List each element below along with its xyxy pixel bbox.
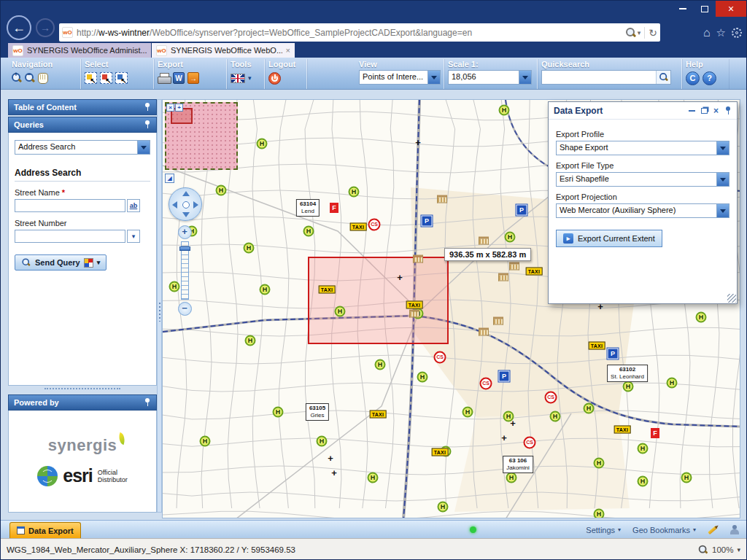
tools-chevron-icon[interactable]: ▾ — [248, 74, 252, 82]
browser-zoom-control[interactable]: 100% ▾ — [698, 545, 740, 555]
gear-icon[interactable] — [732, 28, 742, 38]
panel-header-powered-by[interactable]: Powered by — [8, 394, 157, 411]
settings-menu[interactable]: Settings▾ — [586, 526, 621, 534]
queries-panel: Address Search Address Search Street Nam… — [8, 133, 157, 386]
hydrant-marker: H — [623, 381, 634, 392]
close-button[interactable]: × — [716, 1, 746, 17]
scale-select[interactable]: 18,056 — [448, 70, 532, 85]
panel-restore-icon[interactable] — [701, 108, 708, 114]
alphabetic-search-button[interactable]: ab — [127, 199, 140, 212]
panel-close-icon[interactable]: × — [713, 107, 719, 114]
sidebar-splitter[interactable] — [44, 388, 120, 389]
export-profile-select[interactable]: Shape Export — [556, 141, 729, 155]
chevron-down-icon[interactable] — [716, 141, 729, 155]
chevron-down-icon[interactable] — [137, 141, 150, 154]
zoom-out-slider-button[interactable]: − — [178, 302, 192, 316]
back-button[interactable]: ← — [7, 15, 31, 40]
group-label: Select — [85, 60, 148, 69]
export-extent-rectangle[interactable] — [308, 257, 449, 344]
street-number-input[interactable] — [15, 230, 125, 243]
browser-navbar: ← → wO http://w-ws-wintner/WebOffice/syn… — [1, 21, 746, 43]
chevron-down-icon[interactable] — [519, 71, 531, 84]
chevron-down-icon[interactable] — [716, 173, 729, 186]
maximize-button[interactable] — [694, 1, 716, 17]
forward-button[interactable]: → — [36, 18, 55, 37]
search-icon[interactable] — [626, 28, 636, 38]
data-export-button[interactable]: → — [187, 72, 199, 84]
export-current-extent-button[interactable]: ▸ Export Current Extent — [556, 230, 662, 247]
panel-resize-grip[interactable] — [727, 294, 736, 303]
select-polygon-button[interactable]: ↖ — [100, 72, 112, 84]
poi-cross-marker: + — [328, 454, 333, 463]
tab-weboffice-admin[interactable]: wO SYNERGIS WebOffice Administ... — [8, 43, 151, 58]
tab-close-icon[interactable]: × — [286, 46, 290, 55]
overview-map[interactable]: × + — [165, 102, 238, 170]
zoom-slider-track[interactable] — [181, 241, 189, 300]
pan-left-icon[interactable] — [172, 201, 177, 209]
public-building-marker — [413, 255, 423, 263]
street-number-dropdown-button[interactable]: ▾ — [127, 230, 140, 243]
home-icon[interactable]: ⌂ — [703, 26, 711, 39]
pan-up-icon[interactable] — [182, 191, 190, 196]
poi-cross-marker: + — [415, 138, 421, 147]
export-file-type-select[interactable]: Esri Shapefile — [556, 172, 729, 187]
panel-title: Powered by — [14, 398, 59, 407]
zoom-in-button[interactable]: + — [12, 73, 22, 83]
edit-pencil-icon[interactable] — [708, 525, 717, 534]
quicksearch-button[interactable] — [656, 71, 670, 84]
address-bar[interactable]: wO http://w-ws-wintner/WebOffice/synserv… — [59, 23, 660, 42]
user-icon[interactable] — [729, 525, 739, 535]
send-query-button[interactable]: Send Query ▾ — [15, 254, 107, 271]
select-rectangle-button[interactable]: ↖ — [85, 72, 97, 84]
minimize-button[interactable] — [672, 1, 694, 17]
view-select[interactable]: Points of Intere... — [359, 70, 441, 85]
contact-button[interactable]: C — [686, 71, 700, 85]
panel-minimize-icon[interactable] — [689, 110, 695, 112]
query-type-select[interactable]: Address Search — [15, 140, 150, 155]
group-label: Quicksearch — [541, 60, 676, 69]
zoom-in-slider-button[interactable]: + — [178, 225, 192, 239]
url-text[interactable]: http://w-ws-wintner/WebOffice/synserver?… — [77, 28, 626, 38]
map-splitter[interactable] — [157, 99, 162, 513]
help-button[interactable]: ? — [703, 71, 716, 85]
tab-weboffice-active[interactable]: wO SYNERGIS WebOffice WebO... × — [152, 43, 295, 58]
panel-header-queries[interactable]: Queries — [8, 117, 157, 133]
refresh-icon[interactable]: ↻ — [649, 27, 657, 39]
bottom-taskbar: Data Export Settings▾ Geo Bookmarks▾ — [1, 520, 746, 538]
language-flag-icon[interactable] — [231, 74, 245, 83]
chevron-down-icon[interactable]: ▾ — [97, 259, 101, 266]
overview-expand-icon[interactable]: ◢ — [165, 174, 174, 183]
select-clear-button[interactable]: ↖ — [115, 72, 128, 84]
logout-power-button[interactable] — [268, 72, 281, 85]
favorites-star-icon[interactable]: ☆ — [716, 26, 726, 39]
scale-select-value: 18,056 — [449, 71, 519, 84]
data-export-header[interactable]: Data Export × — [549, 102, 737, 120]
quicksearch-input[interactable] — [542, 71, 656, 84]
print-button[interactable] — [158, 73, 170, 84]
chevron-down-icon: ▾ — [618, 526, 621, 533]
pin-icon[interactable] — [144, 103, 151, 112]
overview-move-icon[interactable]: + — [175, 104, 183, 112]
export-projection-select[interactable]: Web Mercator (Auxiliary Sphere) — [556, 203, 729, 218]
street-name-input[interactable] — [15, 199, 125, 212]
geo-bookmarks-menu[interactable]: Geo Bookmarks▾ — [632, 526, 696, 534]
pan-down-icon[interactable] — [182, 212, 190, 217]
pin-icon[interactable] — [144, 398, 151, 407]
panel-header-table-of-content[interactable]: Table of Content — [8, 99, 157, 115]
pin-icon[interactable] — [144, 120, 151, 129]
overview-close-icon[interactable]: × — [166, 104, 174, 112]
required-asterisk: * — [62, 188, 65, 197]
pin-icon[interactable] — [724, 106, 732, 115]
word-export-button[interactable]: W — [173, 72, 185, 84]
zoom-out-button[interactable]: − — [25, 73, 35, 83]
pan-control[interactable] — [169, 187, 202, 221]
pan-center-icon[interactable] — [182, 201, 190, 209]
pan-right-icon[interactable] — [193, 201, 198, 209]
pan-hand-button[interactable] — [38, 73, 48, 84]
zoom-slider-handle[interactable] — [179, 246, 190, 251]
chevron-down-icon[interactable] — [716, 204, 729, 217]
data-export-task-tab[interactable]: Data Export — [9, 522, 81, 538]
view-select-value: Points of Intere... — [360, 71, 427, 84]
chevron-down-icon[interactable] — [427, 71, 440, 84]
autocomplete-chevron-icon[interactable]: ▾ — [638, 29, 641, 36]
